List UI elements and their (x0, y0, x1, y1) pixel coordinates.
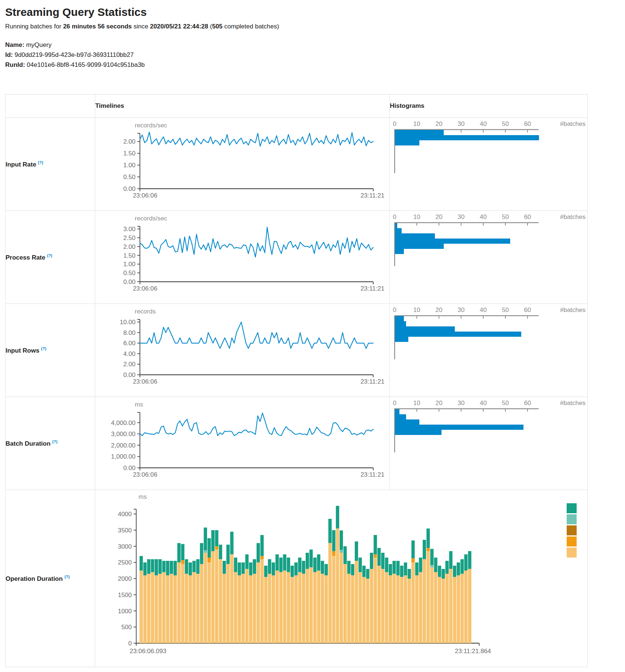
metric-row-input-rate: Input Rate (?) records/sec0.000.501.001.… (6, 118, 588, 211)
svg-text:2,000.00: 2,000.00 (111, 442, 135, 449)
svg-text:10: 10 (413, 120, 420, 127)
summary-prefix: Running batches for (5, 23, 63, 30)
svg-text:3,000.00: 3,000.00 (111, 431, 135, 438)
svg-text:40: 40 (480, 400, 487, 407)
batch-duration-histogram-chart: 0102030405060#batches (390, 397, 587, 490)
statistics-table: Timelines Histograms Input Rate (?) reco… (5, 94, 588, 667)
input_rate_histogram-svg: 0102030405060#batches (390, 118, 587, 210)
svg-text:1000: 1000 (118, 608, 132, 615)
svg-text:0.50: 0.50 (123, 174, 135, 181)
batch-duration-timeline-chart[interactable]: ms0.001,000.002,000.003,000.004,000.0023… (95, 397, 389, 490)
svg-text:23:11:21: 23:11:21 (361, 378, 385, 385)
metric-row-process-rate: Process Rate (?) records/sec0.000.501.00… (6, 211, 588, 304)
svg-text:4.00: 4.00 (123, 350, 135, 357)
svg-text:records: records (135, 308, 156, 315)
input-rate-histogram-cell: 0102030405060#batches (390, 118, 588, 211)
process-rate-help-icon[interactable]: (?) (47, 253, 52, 258)
svg-text:60: 60 (524, 400, 531, 407)
query-runid-line: RunId: 04e101e6-8bf8-4165-9099-9104c951b… (5, 60, 620, 70)
svg-text:10: 10 (413, 213, 420, 220)
process-rate-timeline-cell: records/sec0.000.501.001.502.002.503.002… (95, 211, 390, 304)
input-rate-help-icon[interactable]: (?) (38, 160, 43, 165)
query-id-label: Id: (5, 51, 13, 58)
svg-text:50: 50 (502, 120, 509, 127)
svg-text:23:06:06: 23:06:06 (133, 471, 157, 478)
input-rate-label: Input Rate (6, 161, 36, 168)
batch-duration-help-icon[interactable]: (?) (52, 439, 58, 444)
svg-text:#batches: #batches (560, 306, 585, 313)
batch-duration-histogram-cell: 0102030405060#batches (390, 397, 588, 490)
svg-text:0: 0 (128, 640, 132, 647)
svg-text:1.00: 1.00 (123, 162, 135, 169)
svg-text:50: 50 (502, 400, 509, 407)
svg-text:4000: 4000 (118, 511, 132, 518)
input-rate-timeline-chart[interactable]: records/sec0.000.501.001.502.0023:06:062… (95, 118, 389, 210)
process-rate-label: Process Rate (6, 254, 45, 261)
svg-text:3000: 3000 (118, 543, 132, 550)
process-rate-timeline-chart[interactable]: records/sec0.000.501.001.502.002.503.002… (95, 211, 389, 304)
input_rate_timeline-svg: records/sec0.000.501.001.502.0023:06:062… (95, 118, 389, 210)
svg-text:20: 20 (436, 306, 443, 313)
svg-text:10: 10 (413, 400, 420, 407)
input-rate-histogram-chart: 0102030405060#batches (390, 118, 587, 210)
svg-text:23:06:06.093: 23:06:06.093 (130, 648, 166, 655)
svg-text:20: 20 (436, 400, 443, 407)
operation-duration-help-icon[interactable]: (?) (65, 575, 70, 579)
input-rows-histogram-chart: 0102030405060#batches (390, 304, 587, 397)
summary-duration: 26 minutes 56 seconds (63, 23, 132, 30)
metric-row-operation-duration: Operation Duration (?) ms050010001500200… (6, 490, 588, 667)
svg-text:10: 10 (413, 306, 420, 313)
svg-text:0: 0 (393, 306, 396, 313)
svg-text:50: 50 (502, 213, 509, 220)
svg-text:8.00: 8.00 (123, 329, 135, 336)
svg-text:0: 0 (393, 213, 396, 220)
svg-text:1,000.00: 1,000.00 (111, 453, 135, 460)
operation_duration_chart-svg: ms0500100015002000250030003500400023:06:… (95, 490, 587, 666)
input-rate-timeline-cell: records/sec0.000.501.001.502.0023:06:062… (95, 118, 390, 211)
process-rate-label-cell: Process Rate (?) (6, 211, 95, 304)
svg-text:#batches: #batches (560, 400, 585, 407)
legend-swatch-1 (567, 514, 577, 524)
input-rate-label-cell: Input Rate (?) (6, 118, 95, 211)
legend-swatch-2 (567, 525, 577, 535)
page: Streaming Query Statistics Running batch… (0, 6, 625, 667)
query-id-value: 9d0dd219-995d-423e-b97d-36931110bb27 (15, 51, 134, 58)
svg-text:0: 0 (393, 120, 396, 127)
input-rows-histogram-cell: 0102030405060#batches (390, 304, 588, 397)
svg-text:3.00: 3.00 (123, 226, 135, 233)
svg-text:60: 60 (524, 306, 531, 313)
table-header-row: Timelines Histograms (6, 95, 588, 118)
svg-text:2.00: 2.00 (123, 361, 135, 368)
svg-text:1.50: 1.50 (123, 252, 135, 259)
svg-text:2.00: 2.00 (123, 138, 135, 145)
svg-text:0.00: 0.00 (123, 185, 135, 192)
svg-text:0: 0 (393, 400, 396, 407)
svg-text:1500: 1500 (118, 592, 132, 599)
query-name-label: Name: (5, 41, 24, 48)
operation-duration-label: Operation Duration (6, 575, 63, 582)
input-rows-timeline-chart[interactable]: records0.002.004.006.008.0010.0023:06:06… (95, 304, 389, 397)
input-rows-label-cell: Input Rows (?) (6, 304, 95, 397)
svg-text:40: 40 (480, 120, 487, 127)
legend-swatch-0 (567, 503, 577, 513)
metric-row-batch-duration: Batch Duration (?) ms0.001,000.002,000.0… (6, 397, 588, 490)
svg-text:0.50: 0.50 (123, 270, 135, 277)
operation-duration-stacked-chart[interactable]: ms0500100015002000250030003500400023:06:… (95, 490, 587, 667)
svg-text:23:11:21.864: 23:11:21.864 (455, 648, 491, 655)
svg-text:ms: ms (138, 493, 147, 500)
input-rows-help-icon[interactable]: (?) (41, 346, 46, 351)
batch-duration-label-cell: Batch Duration (?) (6, 397, 95, 490)
summary-suffix: completed batches) (223, 23, 279, 30)
summary-mid: since (132, 23, 150, 30)
svg-text:0.00: 0.00 (123, 278, 135, 285)
svg-text:20: 20 (436, 120, 443, 127)
query-runid-value: 04e101e6-8bf8-4165-9099-9104c951ba3b (27, 61, 145, 68)
svg-text:#batches: #batches (560, 120, 585, 127)
svg-text:40: 40 (480, 213, 487, 220)
query-runid-label: RunId: (5, 61, 25, 68)
svg-text:6.00: 6.00 (123, 340, 135, 347)
summary-paren: ( (208, 23, 212, 30)
timelines-column-header: Timelines (95, 95, 390, 118)
input_rows_timeline-svg: records0.002.004.006.008.0010.0023:06:06… (95, 304, 389, 396)
svg-text:500: 500 (121, 624, 132, 631)
